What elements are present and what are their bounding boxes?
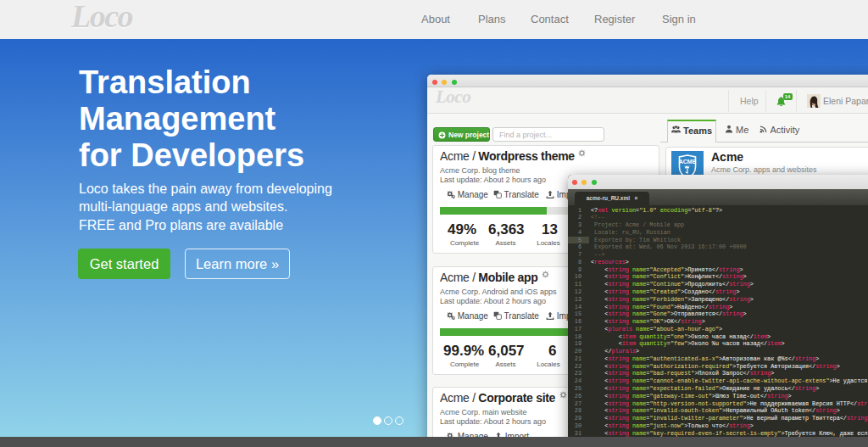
svg-text:A: A — [495, 191, 498, 195]
svg-text:A: A — [495, 312, 498, 316]
svg-text:ACME: ACME — [679, 159, 697, 165]
